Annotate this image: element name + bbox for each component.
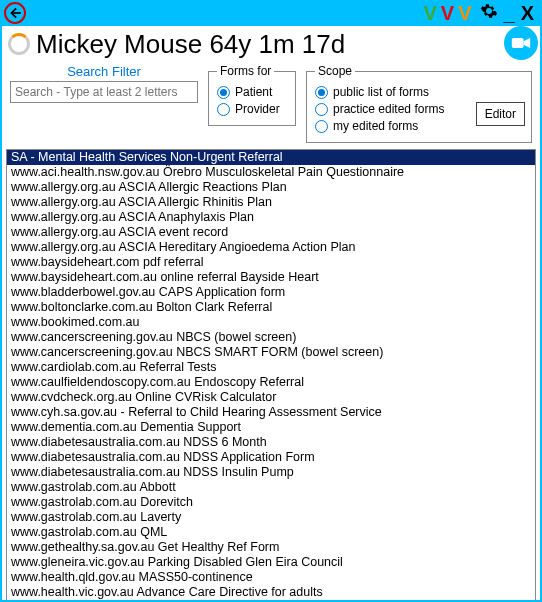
list-item[interactable]: www.allergy.org.au ASCIA Anaphylaxis Pla… xyxy=(7,210,535,225)
list-item[interactable]: www.bookimed.com.au xyxy=(7,315,535,330)
arrow-left-icon xyxy=(8,6,22,20)
svg-rect-0 xyxy=(512,38,524,48)
list-item[interactable]: www.gethealthy.sa.gov.au Get Healthy Ref… xyxy=(7,540,535,555)
forms-for-legend: Forms for xyxy=(217,64,274,78)
scope-legend: Scope xyxy=(315,64,355,78)
list-item[interactable]: www.diabetesaustralia.com.au NDSS Insuli… xyxy=(7,465,535,480)
window-controls: VVV _ X xyxy=(420,2,537,23)
list-item[interactable]: www.allergy.org.au ASCIA Allergic Reacti… xyxy=(7,180,535,195)
title-bar: VVV _ X xyxy=(2,0,540,26)
list-item[interactable]: www.health.vic.gov.au Advance Care Direc… xyxy=(7,585,535,600)
list-item[interactable]: www.cardiolab.com.au Referral Tests xyxy=(7,360,535,375)
search-block: Search Filter xyxy=(10,64,198,103)
forms-list[interactable]: SA - Mental Health Services Non-Urgent R… xyxy=(6,149,536,602)
gear-icon xyxy=(480,2,498,20)
list-item[interactable]: www.aci.health.nsw.gov.au Örebro Musculo… xyxy=(7,165,535,180)
list-item[interactable]: www.diabetesaustralia.com.au NDSS Applic… xyxy=(7,450,535,465)
app-logo-icon: VVV xyxy=(420,3,476,23)
forms-for-label: Patient xyxy=(235,85,272,99)
settings-button[interactable] xyxy=(478,2,500,23)
radio-icon xyxy=(315,103,328,116)
forms-for-fieldset: Forms for PatientProvider xyxy=(208,64,296,126)
list-item[interactable]: www.gastrolab.com.au QML xyxy=(7,525,535,540)
list-item[interactable]: www.bladderbowel.gov.au CAPS Application… xyxy=(7,285,535,300)
list-item[interactable]: www.cancerscreening.gov.au NBCS (bowel s… xyxy=(7,330,535,345)
forms-for-option[interactable]: Provider xyxy=(217,102,287,116)
scope-option[interactable]: public list of forms xyxy=(315,85,523,99)
list-item[interactable]: www.allergy.org.au ASCIA Allergic Rhinit… xyxy=(7,195,535,210)
close-button[interactable]: X xyxy=(519,3,536,23)
list-item[interactable]: www.allergy.org.au ASCIA Hereditary Angi… xyxy=(7,240,535,255)
minimize-button[interactable]: _ xyxy=(502,3,517,23)
list-item[interactable]: www.cancerscreening.gov.au NBCS SMART FO… xyxy=(7,345,535,360)
forms-for-option[interactable]: Patient xyxy=(217,85,287,99)
video-camera-icon xyxy=(511,35,531,51)
list-item[interactable]: www.diabetesaustralia.com.au NDSS 6 Mont… xyxy=(7,435,535,450)
scope-fieldset: Scope public list of formspractice edite… xyxy=(306,64,532,143)
controls-row: Search Filter Forms for PatientProvider … xyxy=(2,62,540,149)
list-item[interactable]: www.boltonclarke.com.au Bolton Clark Ref… xyxy=(7,300,535,315)
scope-label: my edited forms xyxy=(333,119,418,133)
list-item[interactable]: www.baysideheart.com pdf referral xyxy=(7,255,535,270)
header-row: Mickey Mouse 64y 1m 17d xyxy=(2,26,540,62)
search-input[interactable] xyxy=(10,81,198,103)
scope-label: practice edited forms xyxy=(333,102,444,116)
radio-icon xyxy=(217,103,230,116)
scope-label: public list of forms xyxy=(333,85,429,99)
loading-spinner-icon xyxy=(8,33,30,55)
list-item[interactable]: www.cyh.sa.gov.au - Referral to Child He… xyxy=(7,405,535,420)
editor-button[interactable]: Editor xyxy=(476,102,525,126)
list-item[interactable]: www.gastrolab.com.au Abbott xyxy=(7,480,535,495)
radio-icon xyxy=(315,120,328,133)
radio-icon xyxy=(217,86,230,99)
search-label: Search Filter xyxy=(10,64,198,79)
list-item[interactable]: www.baysideheart.com.au online referral … xyxy=(7,270,535,285)
list-item[interactable]: www.gastrolab.com.au Laverty xyxy=(7,510,535,525)
list-item[interactable]: www.cvdcheck.org.au Online CVRisk Calcul… xyxy=(7,390,535,405)
list-item[interactable]: www.health.qld.gov.au MASS50-continence xyxy=(7,570,535,585)
list-item[interactable]: www.dementia.com.au Dementia Support xyxy=(7,420,535,435)
list-item[interactable]: www.gastrolab.com.au Dorevitch xyxy=(7,495,535,510)
patient-name: Mickey Mouse 64y 1m 17d xyxy=(36,29,345,60)
list-item[interactable]: SA - Mental Health Services Non-Urgent R… xyxy=(7,150,535,165)
list-item[interactable]: www.caulfieldendoscopy.com.au Endoscopy … xyxy=(7,375,535,390)
list-item[interactable]: www.gleneira.vic.gov.au Parking Disabled… xyxy=(7,555,535,570)
video-button[interactable] xyxy=(504,26,538,60)
list-item[interactable]: www.allergy.org.au ASCIA event record xyxy=(7,225,535,240)
radio-icon xyxy=(315,86,328,99)
back-button[interactable] xyxy=(4,2,26,24)
forms-for-label: Provider xyxy=(235,102,280,116)
